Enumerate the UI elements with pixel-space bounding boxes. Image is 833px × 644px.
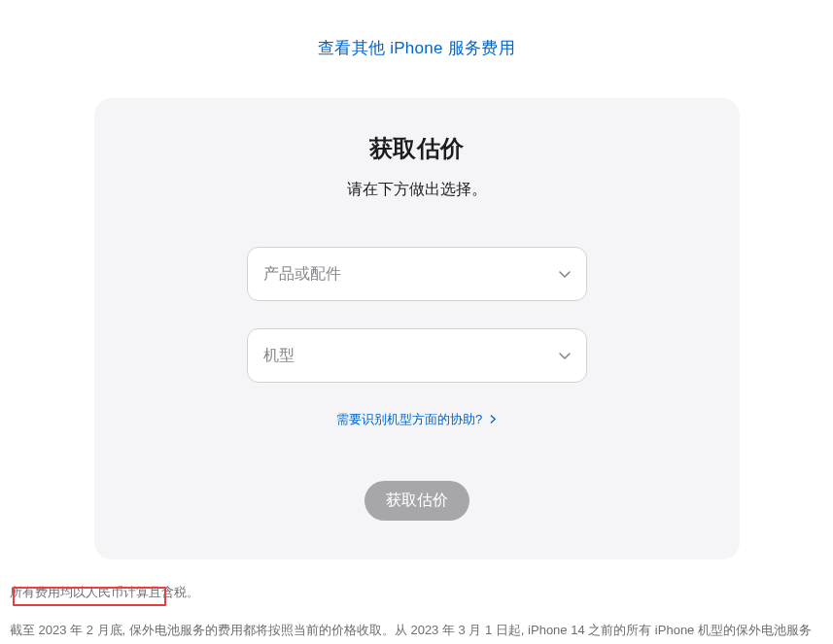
product-select-wrapper: 产品或配件 [247,247,587,301]
card-title: 获取估价 [133,133,701,164]
chevron-right-icon [490,415,497,424]
identify-model-help-link[interactable]: 需要识别机型方面的协助? [336,412,497,426]
estimate-card: 获取估价 请在下方做出选择。 产品或配件 机型 需要识别机型方面的协助? 获取估… [94,98,740,559]
card-subtitle: 请在下方做出选择。 [133,180,701,200]
top-link-container: 查看其他 iPhone 服务费用 [0,0,833,77]
product-select[interactable]: 产品或配件 [247,247,587,301]
get-estimate-button[interactable]: 获取估价 [364,481,469,521]
model-select[interactable]: 机型 [247,328,587,383]
help-link-container: 需要识别机型方面的协助? [133,410,701,428]
footer-text: 所有费用均以人民币计算且含税。 截至 2023 年 2 月底, 保外电池服务的费… [10,581,823,644]
model-select-wrapper: 机型 [247,328,587,383]
footer-line1: 所有费用均以人民币计算且含税。 [10,581,823,605]
help-link-label: 需要识别机型方面的协助? [336,412,482,426]
footer-line2: 截至 2023 年 2 月底, 保外电池服务的费用都将按照当前的价格收取。从 2… [10,619,823,644]
other-service-fee-link[interactable]: 查看其他 iPhone 服务费用 [318,39,515,57]
